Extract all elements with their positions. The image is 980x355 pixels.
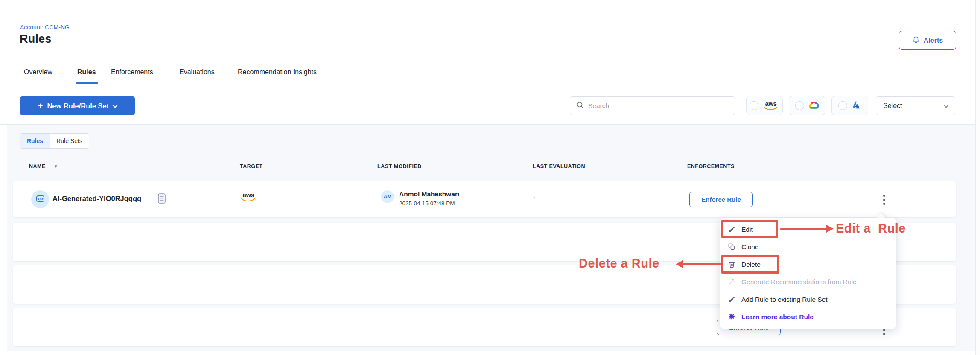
chevron-down-icon: [112, 102, 118, 108]
alerts-button-label: Alerts: [924, 37, 943, 44]
modified-by: Anmol Maheshwari: [399, 190, 459, 198]
clone-icon: [727, 243, 736, 250]
provider-filter-aws[interactable]: aws: [746, 96, 783, 115]
radio-unchecked-icon[interactable]: [750, 101, 758, 110]
menu-item-learn-more[interactable]: ❋ Learn more about Rule: [720, 308, 896, 326]
scrollbar[interactable]: [975, 0, 980, 355]
annotation-edit-highlight-box: [721, 220, 778, 238]
view-yaml-icon[interactable]: [158, 193, 166, 206]
modified-timestamp: 2025-04-15 07:48 PM: [399, 200, 455, 207]
column-header-target: TARGET: [240, 163, 262, 169]
svg-text:</>: </>: [37, 196, 44, 201]
plus-icon: +: [38, 102, 43, 110]
menu-item-clone[interactable]: Clone: [720, 238, 896, 256]
search-box[interactable]: [570, 96, 735, 115]
menu-item-label: Add Rule to existing Rule Set: [741, 296, 828, 303]
menu-item-label: Learn more about Rule: [741, 313, 814, 321]
azure-logo-icon: [851, 100, 861, 111]
avatar: AM: [381, 190, 394, 203]
bell-icon: [912, 36, 920, 45]
gcp-logo-icon: [808, 100, 820, 111]
column-header-enforcements: ENFORCEMENTS: [687, 163, 735, 169]
annotation-delete-label: Delete a Rule: [579, 256, 659, 271]
tab-rules[interactable]: Rules: [77, 68, 96, 76]
target-aws-logo-icon: aws: [240, 192, 257, 202]
tab-evaluations[interactable]: Evaluations: [179, 68, 215, 76]
pencil-icon: [727, 296, 736, 303]
aws-logo-text: aws: [243, 192, 254, 198]
search-icon: [576, 101, 584, 111]
provider-filter-gcp[interactable]: [789, 96, 825, 115]
page-title: Rules: [20, 32, 52, 46]
select-dropdown[interactable]: Select: [876, 96, 955, 115]
ccm-rules-page: Account: CCM-NG Rules Alerts Overview Ru…: [0, 0, 980, 355]
tab-overview[interactable]: Overview: [24, 68, 52, 76]
column-header-last-modified: LAST MODIFIED: [377, 163, 422, 169]
annotation-delete-highlight-box: [721, 255, 779, 274]
menu-item-add-to-rule-set[interactable]: Add Rule to existing Rule Set: [720, 291, 896, 308]
rule-name[interactable]: AI-Generated-YIO0RJqqqq: [52, 195, 141, 203]
enforce-rule-button[interactable]: Enforce Rule: [689, 192, 753, 207]
alerts-button[interactable]: Alerts: [899, 31, 956, 50]
new-rule-button[interactable]: + New Rule/Rule Set: [20, 96, 135, 115]
view-toggle-rules[interactable]: Rules: [20, 134, 50, 148]
radio-unchecked-icon[interactable]: [838, 101, 847, 110]
column-header-last-evaluation: LAST EVALUATION: [533, 163, 585, 169]
annotation-delete-arrow: [683, 263, 722, 265]
view-toggle: Rules Rule Sets: [20, 133, 89, 149]
code-rule-icon: </>: [35, 194, 45, 205]
radio-unchecked-icon[interactable]: [795, 101, 804, 110]
provider-filter-azure[interactable]: [831, 96, 868, 115]
header-divider: [0, 63, 980, 63]
wand-icon: [727, 278, 736, 285]
rule-avatar: </>: [31, 190, 49, 208]
sort-descending-icon[interactable]: ▼: [54, 164, 58, 169]
select-dropdown-value: Select: [883, 102, 902, 110]
column-header-name[interactable]: NAME: [29, 163, 46, 169]
chevron-down-icon: [943, 102, 949, 108]
tab-recommendation-insights[interactable]: Recommendation Insights: [238, 68, 317, 76]
menu-item-label: Generate Recommendations from Rule: [741, 278, 857, 286]
tabs-divider: [0, 84, 980, 84]
row-menu-kebab-icon[interactable]: [879, 192, 889, 207]
table-row[interactable]: [13, 181, 956, 217]
menu-item-label: Clone: [741, 243, 759, 251]
annotation-edit-arrowhead: [826, 225, 834, 233]
breadcrumb[interactable]: Account: CCM-NG: [20, 24, 70, 31]
search-input[interactable]: [588, 102, 729, 110]
aida-icon: ❋: [727, 313, 736, 320]
last-evaluation-value: -: [533, 193, 535, 201]
view-toggle-rule-sets[interactable]: Rule Sets: [50, 134, 89, 148]
annotation-edit-arrow: [780, 228, 827, 230]
annotation-edit-label: Edit a Rule: [836, 221, 906, 236]
tab-enforcements[interactable]: Enforcements: [111, 68, 153, 76]
aws-logo-icon: aws: [762, 101, 779, 111]
menu-item-generate-recommendations[interactable]: Generate Recommendations from Rule: [720, 273, 896, 291]
annotation-delete-arrowhead: [676, 260, 683, 268]
new-rule-button-label: New Rule/Rule Set: [47, 102, 109, 110]
